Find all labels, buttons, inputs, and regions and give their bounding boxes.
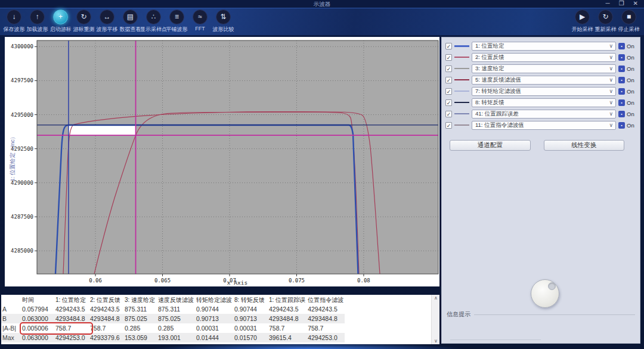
channel-select[interactable]: 11: 位置指令滤波值∨ <box>472 121 616 130</box>
table-cell: 0.285 <box>123 323 157 333</box>
channel-checkbox[interactable]: ✓ <box>445 122 452 129</box>
toolbar-data-view-button[interactable]: ▤数据查看 <box>119 10 142 33</box>
table-cell: 39615.4 <box>268 333 306 342</box>
channel-panel: ✓1: 位置给定∨▪On✓2: 位置反馈∨▪On✓3: 速度给定∨▪On✓5: … <box>441 37 640 344</box>
channel-color-swatch <box>454 45 469 47</box>
toolbar-button-label: 游标重测 <box>73 26 95 33</box>
toolbar-button-label: 停止采样 <box>618 26 640 33</box>
svg-text:0.06: 0.06 <box>89 278 102 283</box>
show-sample-points-icon: ∴ <box>146 10 161 24</box>
channel-checkbox[interactable]: ✓ <box>445 77 452 83</box>
channel-row-11: ✓11: 位置指令滤波值∨▪On <box>445 120 636 130</box>
toolbar-fft-button[interactable]: ≈FFT <box>188 10 212 33</box>
table-cell: 4293484.8 <box>89 314 123 323</box>
channel-select-value: 7: 转矩给定滤波值 <box>472 88 609 95</box>
channel-on-label: On <box>627 99 636 106</box>
channel-checkbox[interactable]: ✓ <box>445 88 452 95</box>
fft-icon: ≈ <box>193 10 208 24</box>
waveform-plot[interactable]: 0.060.0650.070.0750.08430000042975004295… <box>5 37 439 286</box>
table-cell: 4294243.5 <box>268 304 306 314</box>
channel-checkbox[interactable]: ✓ <box>445 54 452 61</box>
channel-style-button[interactable]: ▪ <box>618 43 625 49</box>
table-cell: 875.025 <box>123 314 157 323</box>
resample-icon: ↻ <box>598 10 613 24</box>
channel-select[interactable]: 1: 位置给定∨ <box>472 42 616 51</box>
channel-select[interactable]: 3: 速度给定∨ <box>472 64 616 73</box>
toolbar-button-label: 加载波形 <box>27 26 48 33</box>
table-header-cell: 8: 转矩反馈 <box>233 296 268 304</box>
channel-on-label: On <box>627 77 636 83</box>
channel-select[interactable]: 5: 速度反馈滤波值∨ <box>472 76 616 85</box>
channel-style-button[interactable]: ▪ <box>618 122 625 129</box>
linear-transform-button[interactable]: 线性变换 <box>544 140 625 151</box>
channel-row-8: ✓8: 转矩反馈∨▪On <box>445 98 636 107</box>
channel-style-button[interactable]: ▪ <box>618 99 625 106</box>
channel-select[interactable]: 2: 位置反馈∨ <box>472 53 616 62</box>
channel-style-button[interactable]: ▪ <box>618 88 625 95</box>
table-header-cell: 1: 位置跟踪误 <box>268 296 306 304</box>
channel-row-5: ✓5: 速度反馈滤波值∨▪On <box>445 75 636 85</box>
table-cell: 0.063000 <box>21 314 54 323</box>
channel-config-button[interactable]: 通道配置 <box>450 140 531 151</box>
table-header-cell <box>1 296 21 304</box>
toolbar-waveform-pan-button[interactable]: ↔波形平移 <box>95 10 119 33</box>
toolbar-load-waveform-button[interactable]: ↑加载波形 <box>26 10 49 33</box>
channel-style-button[interactable]: ▪ <box>618 66 625 72</box>
table-cell: 758.7 <box>54 323 89 333</box>
toolbar-start-cursor-button[interactable]: +启动游标 <box>49 10 72 33</box>
jog-knob[interactable] <box>531 279 559 308</box>
toolbar-show-sample-points-button[interactable]: ∴显示采样点 <box>142 10 165 33</box>
toolbar-cursor-remeasure-button[interactable]: ↻游标重测 <box>72 10 95 33</box>
channel-color-swatch <box>454 68 469 69</box>
row-label: B <box>1 314 21 323</box>
channel-select[interactable]: 8: 转矩反馈∨ <box>472 98 616 107</box>
chevron-down-icon: ∨ <box>609 54 613 60</box>
toolbar-stop-sampling-button[interactable]: ■停止采样 <box>617 10 640 33</box>
channel-style-button[interactable]: ▪ <box>618 111 625 117</box>
row-label: |A-B| <box>1 323 21 333</box>
toolbar: ↓保存波形↑加载波形+启动游标↻游标重测↔波形平移▤数据查看∴显示采样点≡平铺波… <box>0 8 644 35</box>
load-waveform-icon: ↑ <box>30 10 45 24</box>
scroll-up-icon[interactable]: ∧ <box>432 295 439 301</box>
toolbar-tile-waveform-button[interactable]: ≡平铺波形 <box>165 10 188 33</box>
knob-indicator-dot <box>548 282 556 290</box>
table-cell: 875.025 <box>157 314 195 323</box>
table-row: |A-B|0.005006758.7758.70.2850.2850.00031… <box>1 323 345 333</box>
channel-row-2: ✓2: 位置反馈∨▪On <box>445 52 636 62</box>
table-cell: 875.311 <box>123 304 157 314</box>
toolbar-start-sampling-button[interactable]: ▶开始采样 <box>571 10 594 33</box>
close-button[interactable]: ✕ <box>633 0 638 7</box>
toolbar-button-label: FFT <box>195 26 205 32</box>
channel-on-label: On <box>627 122 636 129</box>
waveform-pan-icon: ↔ <box>100 10 114 24</box>
table-scrollbar[interactable]: ∧ ∨ <box>431 295 439 344</box>
channel-checkbox[interactable]: ✓ <box>445 111 452 117</box>
toolbar-waveform-compare-button[interactable]: ⇅波形比较 <box>212 10 235 33</box>
minimize-button[interactable]: ─ <box>606 0 610 7</box>
table-cell: 0.063000 <box>21 333 54 342</box>
toolbar-save-waveform-button[interactable]: ↓保存波形 <box>2 10 26 33</box>
svg-text:0.08: 0.08 <box>357 278 370 283</box>
table-header-cell: 速度反馈滤波 <box>157 296 195 304</box>
table-cell: 0.90713 <box>195 314 233 323</box>
channel-select[interactable]: 41: 位置跟踪误差∨ <box>472 110 616 119</box>
svg-text:0.075: 0.075 <box>289 278 305 283</box>
scroll-down-icon[interactable]: ∨ <box>432 338 439 344</box>
channel-checkbox[interactable]: ✓ <box>445 43 452 49</box>
channel-checkbox[interactable]: ✓ <box>445 99 452 106</box>
channel-on-label: On <box>627 66 636 72</box>
table-cell: 153.059 <box>123 333 157 342</box>
toolbar-resample-button[interactable]: ↻重新采样 <box>594 10 617 33</box>
channel-select[interactable]: 7: 转矩给定滤波值∨ <box>472 87 616 96</box>
channel-style-button[interactable]: ▪ <box>618 77 625 83</box>
table-cell: 193.001 <box>157 333 195 342</box>
channel-color-swatch <box>454 91 469 92</box>
table-row: Max0.0630004294253.04293379.6153.059193.… <box>1 333 345 342</box>
channel-color-swatch <box>454 124 469 126</box>
maximize-button[interactable]: ❐ <box>619 0 624 7</box>
titlebar: 示波器 ─ ❐ ✕ <box>0 0 644 8</box>
channel-checkbox[interactable]: ✓ <box>445 66 452 72</box>
channel-select-value: 8: 转矩反馈 <box>472 99 609 107</box>
table-header-cell: 2: 位置反馈 <box>89 296 123 304</box>
channel-style-button[interactable]: ▪ <box>618 54 625 61</box>
